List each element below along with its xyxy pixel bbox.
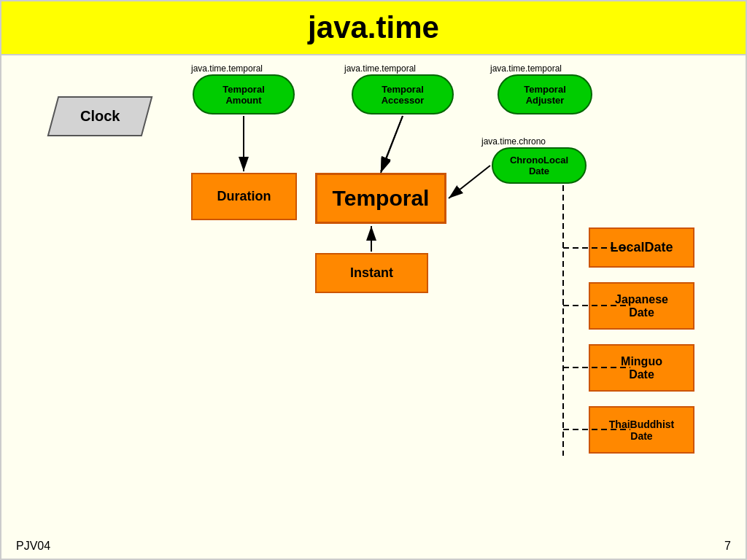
temporal-adjuster-node: TemporalAdjuster xyxy=(498,74,592,114)
thai-date-node: ThaiBuddhistDate xyxy=(589,406,694,454)
instant-node: Instant xyxy=(315,253,428,293)
japanese-date-node: JapaneseDate xyxy=(589,282,694,330)
chrono-local-date-node: ChronoLocalDate xyxy=(492,147,587,184)
slide-title: java.time xyxy=(1,1,746,55)
temporal-accessor-node: TemporalAccessor xyxy=(352,74,454,114)
clock-node: Clock xyxy=(47,96,153,136)
temporal-accessor-pkg-label: java.time.temporal xyxy=(344,63,416,74)
footer-left: PJV04 xyxy=(16,540,50,553)
temporal-adjuster-pkg-label: java.time.temporal xyxy=(490,63,562,74)
chrono-pkg-label: java.time.chrono xyxy=(481,136,546,147)
local-date-node: LocalDate xyxy=(589,228,694,268)
svg-line-4 xyxy=(381,116,403,173)
svg-line-3 xyxy=(449,166,490,198)
diagram-area: Clock java.time.temporal java.time.tempo… xyxy=(31,60,716,529)
footer-right: 7 xyxy=(724,540,731,553)
temporal-amount-pkg-label: java.time.temporal xyxy=(191,63,263,74)
minguo-date-node: MinguoDate xyxy=(589,344,694,392)
temporal-node: Temporal xyxy=(315,173,446,224)
temporal-amount-node: TemporalAmount xyxy=(193,74,295,114)
duration-node: Duration xyxy=(191,173,297,220)
slide: java.time Clock java.time.temporal java.… xyxy=(0,0,747,560)
svg-line-2 xyxy=(381,116,403,171)
